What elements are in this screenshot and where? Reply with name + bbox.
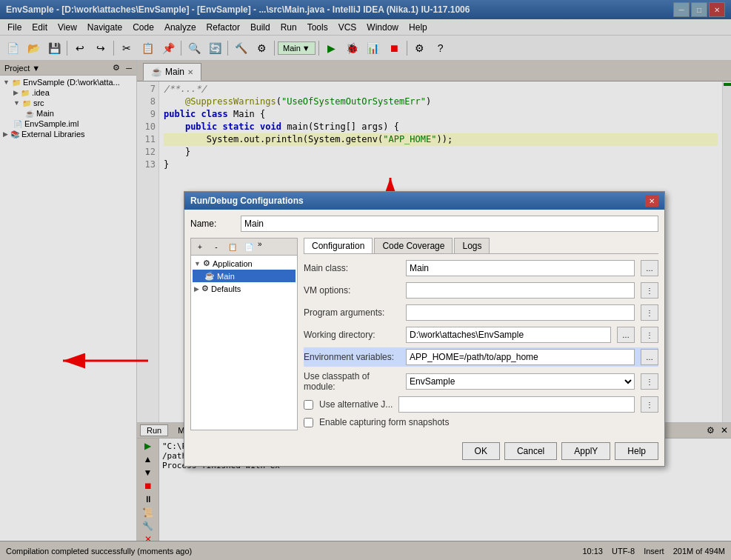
main-class-row: Main class: …	[304, 259, 658, 278]
remove-config-button[interactable]: -	[209, 240, 224, 253]
cfg-expand-icon: ▼	[194, 260, 201, 267]
name-input[interactable]	[241, 216, 658, 232]
name-row: Name:	[190, 216, 658, 232]
env-vars-browse-button[interactable]: …	[641, 349, 658, 365]
enable-capturing-checkbox[interactable]	[304, 418, 313, 427]
working-dir-more-button[interactable]: ⋮	[641, 327, 658, 343]
dialog-left-toolbar: + - 📋 📄 »	[191, 239, 297, 256]
dialog-close-button[interactable]: ✕	[645, 195, 658, 207]
main-class-label: Main class:	[304, 263, 400, 273]
copy-config-button[interactable]: 📋	[225, 240, 240, 253]
tab-code-coverage[interactable]: Code Coverage	[374, 238, 453, 253]
more-actions-icon[interactable]: »	[258, 240, 262, 253]
dialog-footer: OK Cancel ApplY Help	[184, 436, 664, 466]
dialog-config-tree-panel: + - 📋 📄 » ▼ ⚙ Application ☕	[190, 238, 298, 430]
vm-options-label: VM options:	[304, 285, 400, 296]
enable-capturing-row: Enable capturing form snapshots	[304, 417, 658, 427]
classpath-module-label: Use classpath of module:	[304, 371, 400, 392]
cfg-app-label: Application	[213, 259, 253, 268]
cfg-defaults-label: Defaults	[211, 284, 241, 293]
program-args-row: Program arguments: ⋮	[304, 303, 658, 322]
vm-options-browse-button[interactable]: ⋮	[641, 282, 658, 299]
alt-jre-browse-button[interactable]: ⋮	[641, 396, 658, 413]
working-dir-browse-button[interactable]: …	[617, 327, 635, 343]
alt-jre-row: Use alternative J... ⋮	[304, 395, 658, 414]
cancel-button[interactable]: Cancel	[504, 442, 557, 460]
vm-options-input[interactable]	[406, 282, 635, 299]
cfg-application-group[interactable]: ▼ ⚙ Application	[193, 257, 296, 270]
config-tabs: Configuration Code Coverage Logs	[304, 238, 658, 254]
dialog-title-bar: Run/Debug Configurations ✕	[184, 192, 664, 210]
alt-jre-checkbox[interactable]	[304, 400, 313, 410]
alt-jre-label: Use alternative J...	[319, 399, 393, 410]
move-config-button[interactable]: 📄	[241, 240, 256, 253]
apply-button[interactable]: ApplY	[561, 442, 610, 460]
cfg-app-icon: ⚙	[203, 259, 210, 268]
enable-capturing-label: Enable capturing form snapshots	[319, 417, 449, 427]
main-class-input[interactable]	[406, 260, 635, 276]
cfg-defaults-item[interactable]: ▶ ⚙ Defaults	[193, 282, 296, 295]
dialog-overlay: Run/Debug Configurations ✕ Name: + - 📋 📄	[0, 0, 731, 560]
classpath-module-select[interactable]: EnvSample	[406, 373, 635, 390]
dialog-config-panel: Configuration Code Coverage Logs Main cl…	[304, 238, 658, 430]
cfg-main-item[interactable]: ☕ Main	[193, 270, 296, 282]
vm-options-row: VM options: ⋮	[304, 281, 658, 300]
working-dir-label: Working directory:	[304, 330, 400, 340]
classpath-module-row: Use classpath of module: EnvSample ⋮	[304, 371, 658, 392]
working-dir-row: Working directory: … ⋮	[304, 325, 658, 344]
cfg-defaults-icon: ⚙	[201, 284, 209, 293]
program-args-label: Program arguments:	[304, 307, 400, 318]
env-vars-input[interactable]	[406, 349, 635, 365]
alt-jre-input[interactable]	[398, 396, 635, 413]
help-button[interactable]: Help	[615, 442, 658, 460]
dialog-title-text: Run/Debug Configurations	[190, 196, 645, 206]
dialog-body: Name: + - 📋 📄 » ▼	[184, 210, 664, 436]
tab-logs[interactable]: Logs	[454, 238, 490, 253]
run-debug-configurations-dialog: Run/Debug Configurations ✕ Name: + - 📋 📄	[184, 191, 665, 467]
cfg-main-label: Main	[217, 272, 235, 281]
env-vars-row: Environment variables: …	[304, 347, 658, 367]
tab-configuration[interactable]: Configuration	[304, 238, 373, 253]
ok-button[interactable]: OK	[462, 442, 500, 460]
main-class-browse-button[interactable]: …	[641, 260, 658, 276]
config-tree: ▼ ⚙ Application ☕ Main ▶ ⚙ Defaults	[191, 256, 297, 296]
name-label: Name:	[190, 219, 235, 229]
cfg-main-icon: ☕	[204, 271, 215, 281]
cfg-expand-icon: ▶	[194, 285, 199, 293]
working-dir-input[interactable]	[406, 327, 611, 343]
classpath-module-more[interactable]: ⋮	[641, 373, 658, 390]
dialog-content-area: + - 📋 📄 » ▼ ⚙ Application ☕	[190, 238, 658, 430]
add-config-button[interactable]: +	[193, 240, 207, 253]
program-args-input[interactable]	[406, 304, 635, 321]
env-vars-label: Environment variables:	[304, 352, 400, 362]
program-args-browse-button[interactable]: ⋮	[641, 304, 658, 321]
